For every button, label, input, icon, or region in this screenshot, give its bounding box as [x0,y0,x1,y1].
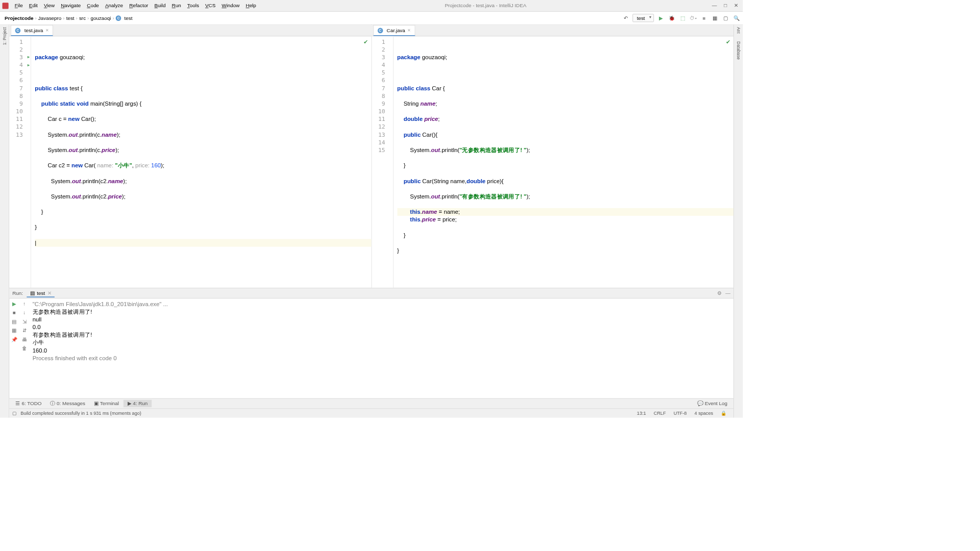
crumb-gouzaoqi[interactable]: gouzaoqi [90,15,111,21]
indent[interactable]: 4 spaces [691,411,717,416]
run-icon[interactable]: ▶ [657,14,665,22]
tab-test-java[interactable]: C test.java ✕ [11,25,53,36]
run-tab-label: test [37,290,45,296]
crumb-projectcode[interactable]: Projectcode [5,15,33,21]
class-icon: C [15,28,21,33]
window-title: Projectcode - test.java - IntelliJ IDEA [259,3,712,8]
code-area-right[interactable]: 123456789101112131415 ✔ package gouzaoqi… [372,36,733,288]
editor-split: C test.java ✕ 12345678910111213 ✔ packag… [9,25,733,288]
code-area-left[interactable]: 12345678910111213 ✔ package gouzaoqi; pu… [9,36,371,288]
run-label: Run: [12,290,23,296]
debug-icon[interactable]: 🐞 [668,14,675,22]
wrap-icon[interactable]: ⇵ [22,328,27,333]
pin-icon[interactable]: 📌 [11,336,17,342]
menu-code[interactable]: Code [84,2,102,9]
lock-icon[interactable]: 🔒 [717,411,731,416]
tab-strip-left: C test.java ✕ [9,25,371,37]
run-output[interactable]: "C:\Program Files\Java\jdk1.8.0_201\bin\… [30,298,734,398]
layout2-icon[interactable]: ▦ [12,328,16,333]
gear-icon[interactable]: ⚙ [717,290,722,296]
run-tool-buttons: ▶ ■ ▤ ▦ 📌 ↑ ↓ ⇲ ⇵ 🖶 🗑 [9,298,29,398]
run-tab[interactable]: ▤ test ✕ [27,289,55,297]
inspection-ok-icon: ✔ [363,38,368,45]
code-left[interactable]: ✔ package gouzaoqi; public class test { … [31,36,372,288]
gutter-left: 12345678910111213 [9,36,31,288]
status-bar: ▢ Build completed successfully in 1 s 93… [9,408,733,417]
menu-analyze[interactable]: Analyze [102,2,126,9]
nav-toolbar: Projectcode›Javasepro›test›src›gouzaoqi›… [0,12,743,25]
menu-file[interactable]: File [12,2,26,9]
menu-navigate[interactable]: Navigate [58,2,84,9]
coverage-icon[interactable]: ⬚ [679,14,687,22]
encoding[interactable]: UTF-8 [670,411,691,416]
tool-window-icon[interactable]: ▢ [722,14,729,22]
crumb-test[interactable]: test [66,15,75,21]
menu-view[interactable]: View [41,2,58,9]
editor-pane-left: C test.java ✕ 12345678910111213 ✔ packag… [9,25,372,288]
tab-label: test.java [24,28,43,33]
editor-pane-right: C Car.java ✕ 123456789101112131415 ✔ pac… [372,25,733,288]
export-icon[interactable]: ⇲ [22,319,27,324]
menu-vcs[interactable]: VCS [202,2,218,9]
menu-tools[interactable]: Tools [184,2,202,9]
maximize-icon[interactable]: □ [724,3,727,8]
database-tool-button[interactable]: Database [736,41,741,60]
tab-label: Car.java [387,28,405,33]
todo-tool-button[interactable]: ☰6: TODO [12,400,45,407]
up-icon[interactable]: ↑ [23,301,26,307]
dump-icon[interactable]: ▤ [12,319,16,324]
bottom-tool-strip: ☰6: TODO ⓘ0: Messages ▣Terminal ▶4: Run … [9,398,733,409]
terminal-tool-button[interactable]: ▣Terminal [90,400,123,407]
tab-close-icon[interactable]: ✕ [45,28,49,33]
down-icon[interactable]: ↓ [23,310,26,315]
menu-edit[interactable]: Edit [26,2,41,9]
event-log-button[interactable]: 💬Event Log [693,400,731,407]
main-area: 1: Project C test.java ✕ 123456789101112… [0,25,743,418]
line-sep[interactable]: CRLF [650,411,670,416]
app-logo-icon [3,3,9,9]
search-icon[interactable]: 🔍 [733,14,741,22]
gutter-right: 123456789101112131415 [372,36,393,288]
window-controls: — □ ✕ [712,3,741,8]
breadcrumb[interactable]: Projectcode›Javasepro›test›src›gouzaoqi›… [3,15,135,21]
status-tool-windows-icon[interactable]: ▢ [12,411,16,416]
right-tool-strip: Ant Database [733,25,743,418]
crumb-javasepro[interactable]: Javasepro [38,15,61,21]
menu-bar: FileEditViewNavigateCodeAnalyzeRefactorB… [0,0,743,12]
close-icon[interactable]: ✕ [734,3,738,8]
code-right[interactable]: ✔ package gouzaoqi; public class Car { S… [394,36,734,288]
crumb-src[interactable]: src [79,15,86,21]
run-config-combo[interactable]: test [632,14,654,22]
tab-strip-right: C Car.java ✕ [372,25,733,37]
menu-refactor[interactable]: Refactor [126,2,151,9]
tab-close-icon[interactable]: ✕ [407,28,411,33]
run-tab-close-icon[interactable]: ✕ [47,290,52,296]
stop-icon[interactable]: ■ [700,14,708,22]
center-column: C test.java ✕ 12345678910111213 ✔ packag… [9,25,733,418]
ant-tool-button[interactable]: Ant [736,27,741,34]
tab-car-java[interactable]: C Car.java ✕ [373,25,415,36]
stop-run-icon[interactable]: ■ [13,310,16,315]
profile-icon[interactable]: ⏱▾ [690,14,697,22]
run-tool-button[interactable]: ▶4: Run [124,400,152,407]
layout-icon[interactable]: ▦ [711,14,719,22]
class-icon: C [377,28,383,33]
toolbar-right: ↶ test ▶ 🐞 ⬚ ⏱▾ ■ ▦ ▢ 🔍 [622,14,741,22]
print-icon[interactable]: 🖶 [22,336,27,342]
crumb-test[interactable]: test [124,15,132,21]
status-message: Build completed successfully in 1 s 931 … [17,411,145,416]
project-tool-button[interactable]: 1: Project [2,27,7,45]
minimize-icon[interactable]: — [712,3,717,8]
menu-help[interactable]: Help [242,2,259,9]
messages-tool-button[interactable]: ⓘ0: Messages [46,399,89,408]
menu-items: FileEditViewNavigateCodeAnalyzeRefactorB… [12,3,259,8]
trash-icon[interactable]: 🗑 [22,345,27,351]
inspection-ok-icon: ✔ [726,38,730,45]
run-panel: Run: ▤ test ✕ ⚙ — ▶ ■ ▤ ▦ [9,288,733,398]
minimize-panel-icon[interactable]: — [725,290,730,296]
menu-run[interactable]: Run [169,2,184,9]
back-nav-icon[interactable]: ↶ [622,14,629,22]
menu-window[interactable]: Window [218,2,242,9]
menu-build[interactable]: Build [151,2,168,9]
rerun-icon[interactable]: ▶ [12,301,16,307]
